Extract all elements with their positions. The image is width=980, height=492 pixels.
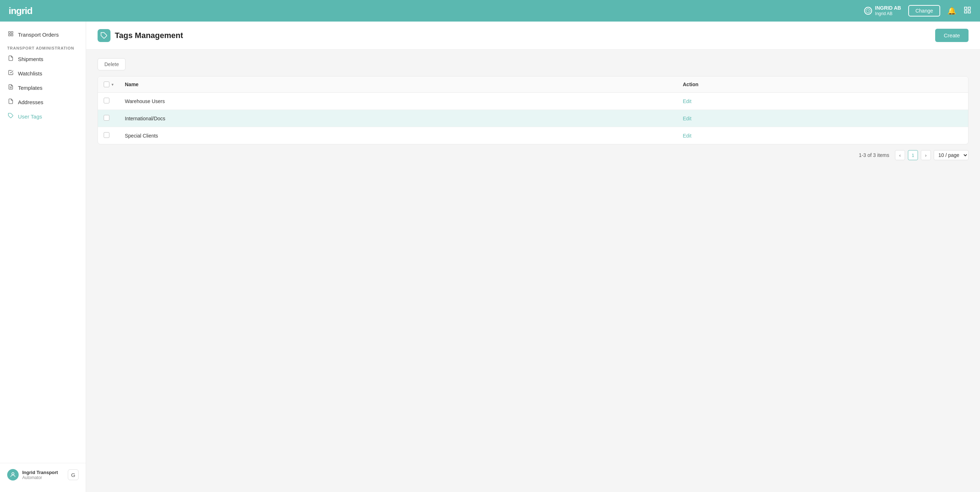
row-checkbox-2[interactable] [103,115,110,121]
org-name: INGRID AB [875,5,901,11]
svg-rect-6 [11,32,13,34]
chevron-down-icon[interactable]: ▾ [111,83,113,86]
tags-icon [7,113,14,120]
select-all-header: ▾ [98,77,119,93]
row-action: Edit [677,93,969,110]
svg-rect-7 [9,34,10,36]
main-content: Tags Management Create Delete [86,22,980,492]
user-role: Automator [22,475,58,480]
sidebar-bottom: Ingrid Transport Automator G [0,463,86,486]
svg-point-12 [12,473,14,475]
table-header: ▾ Name Action [98,77,968,93]
org-icon [864,7,872,15]
row-action: Edit [677,127,969,144]
org-text: INGRID AB Ingrid AB [875,5,901,16]
table-container: ▾ Name Action Warehouse Users Edit [97,76,969,144]
addresses-icon [7,98,14,105]
svg-rect-2 [968,7,970,9]
change-button[interactable]: Change [908,5,940,16]
page-title-row: Tags Management [97,29,183,42]
edit-link-3[interactable]: Edit [683,133,692,139]
row-checkbox-1[interactable] [103,98,110,104]
row-action: Edit [677,110,969,127]
watchlists-icon [7,70,14,77]
svg-rect-1 [964,7,967,9]
bell-icon[interactable]: 🔔 [947,6,956,15]
row-name: International/Docs [119,110,677,127]
table-row: Warehouse Users Edit [98,93,968,110]
row-checkbox-cell [98,93,119,110]
action-column-header: Action [677,77,969,93]
toolbar: Delete [97,58,969,70]
row-name: Warehouse Users [119,93,677,110]
page-title-icon [97,29,110,42]
content-area: Delete ▾ Name Ac [86,50,980,174]
profile-icon[interactable] [964,6,971,16]
sidebar-item-label: Transport Orders [18,32,59,38]
svg-rect-5 [9,32,10,34]
delete-button[interactable]: Delete [97,58,126,70]
table-body: Warehouse Users Edit International/Docs … [98,93,968,144]
table-row: International/Docs Edit [98,110,968,127]
grid-icon [7,31,14,38]
sidebar-item-addresses[interactable]: Addresses [0,95,86,109]
org-info: INGRID AB Ingrid AB [864,5,901,16]
sidebar-item-label: User Tags [18,113,42,120]
select-all-checkbox[interactable] [103,81,110,87]
sidebar-item-label: Watchlists [18,70,42,77]
pagination: 1-3 of 3 items ‹ 1 › 10 / page 20 / page… [97,144,969,166]
svg-rect-8 [11,34,13,36]
sidebar-section-label: TRANSPORT ADMINISTRATION [0,42,86,52]
sidebar-item-transport-orders[interactable]: Transport Orders [0,27,86,42]
edit-link-2[interactable]: Edit [683,116,692,121]
g-button[interactable]: G [68,470,78,480]
row-checkbox-3[interactable] [103,132,110,138]
create-button[interactable]: Create [935,29,969,42]
sidebar-item-user-tags[interactable]: User Tags [0,109,86,123]
svg-rect-4 [968,10,970,13]
table-row: Special Clients Edit [98,127,968,144]
sidebar-item-label: Shipments [18,56,43,62]
page-title: Tags Management [115,31,183,40]
org-sub: Ingrid AB [875,11,901,16]
sidebar-item-templates[interactable]: Templates [0,80,86,95]
per-page-select[interactable]: 10 / page 20 / page 50 / page [934,150,969,160]
pagination-info: 1-3 of 3 items [859,152,889,158]
app-header: ingrid INGRID AB Ingrid AB Change 🔔 [0,0,980,22]
avatar [7,469,19,481]
tags-table: ▾ Name Action Warehouse Users Edit [98,77,968,144]
svg-rect-3 [964,10,967,13]
layout: Transport Orders TRANSPORT ADMINISTRATIO… [0,22,980,492]
templates-icon [7,84,14,91]
row-checkbox-cell [98,110,119,127]
pagination-next[interactable]: › [921,150,931,160]
sidebar-item-watchlists[interactable]: Watchlists [0,66,86,80]
row-checkbox-cell [98,127,119,144]
user-name: Ingrid Transport [22,470,58,475]
row-name: Special Clients [119,127,677,144]
edit-link-1[interactable]: Edit [683,98,692,104]
logo: ingrid [9,5,32,16]
user-text: Ingrid Transport Automator [22,470,58,480]
sidebar-item-label: Templates [18,85,42,91]
page-header: Tags Management Create [86,22,980,50]
header-right: INGRID AB Ingrid AB Change 🔔 [864,5,971,16]
pagination-page-1[interactable]: 1 [908,150,918,160]
sidebar: Transport Orders TRANSPORT ADMINISTRATIO… [0,22,86,492]
sidebar-item-shipments[interactable]: Shipments [0,52,86,66]
name-column-header: Name [119,77,677,93]
pagination-prev[interactable]: ‹ [895,150,905,160]
sidebar-user: Ingrid Transport Automator [7,469,58,481]
sidebar-item-label: Addresses [18,99,43,105]
shipments-icon [7,55,14,62]
